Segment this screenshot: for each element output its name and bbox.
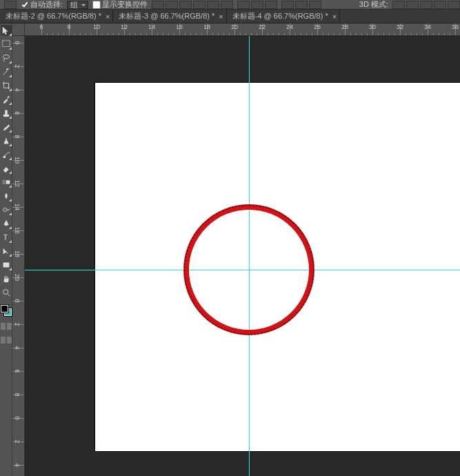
screen-mode-standard-icon[interactable] <box>1 337 6 344</box>
magic-wand-tool-icon[interactable] <box>1 66 12 77</box>
tool-bar: T <box>0 23 12 476</box>
type-tool-icon[interactable]: T <box>1 232 12 243</box>
distribute-v-icon[interactable] <box>251 1 263 9</box>
document-tab-bar: 未标题-2 @ 66.7%(RGB/8) * × 未标题-3 @ 66.7%(R… <box>0 10 460 23</box>
dodge-tool-icon[interactable] <box>1 204 12 215</box>
close-icon[interactable]: × <box>219 12 223 21</box>
mode3d-zoom-icon[interactable] <box>448 1 460 9</box>
color-swatches[interactable] <box>1 305 12 316</box>
mode3d-group <box>392 1 460 9</box>
vertical-ruler[interactable]: 0246810121416182002468024 <box>12 36 25 476</box>
align-top-icon[interactable] <box>193 1 206 9</box>
svg-rect-3 <box>5 110 8 115</box>
horizontal-ruler[interactable]: 681012141618202224262830323436 <box>25 23 460 36</box>
mode3d-pan-icon[interactable] <box>420 1 432 9</box>
svg-rect-9 <box>3 263 9 268</box>
screen-mode-full-icon[interactable] <box>7 337 12 344</box>
document-tab[interactable]: 未标题-4 @ 66.7%(RGB/8) * × <box>227 10 340 23</box>
eyedropper-tool-icon[interactable] <box>1 94 12 105</box>
move-tool-icon[interactable] <box>1 25 12 36</box>
history-brush-tool-icon[interactable] <box>1 149 12 160</box>
quick-mask-mode-icon[interactable] <box>7 323 12 330</box>
gradient-tool-icon[interactable] <box>1 177 12 188</box>
show-transform-controls-checkbox[interactable]: 显示变换控件 <box>92 0 148 9</box>
blur-tool-icon[interactable] <box>1 190 12 201</box>
align-bottom-icon[interactable] <box>221 1 233 9</box>
red-circle-shape[interactable] <box>183 204 314 335</box>
canvas-viewport: 681012141618202224262830323436 024681012… <box>12 23 460 476</box>
align-right-icon[interactable] <box>179 1 192 9</box>
close-icon[interactable]: × <box>332 12 337 21</box>
screen-mode-group <box>1 337 12 344</box>
document-tab-label: 未标题-2 @ 66.7%(RGB/8) * <box>6 11 101 21</box>
hand-tool-icon[interactable] <box>1 273 12 284</box>
svg-point-10 <box>3 290 8 295</box>
arrange2-icon[interactable] <box>295 1 308 9</box>
svg-text:T: T <box>3 233 8 241</box>
document-tab[interactable]: 未标题-3 @ 66.7%(RGB/8) * × <box>113 10 226 23</box>
distribute-h-icon[interactable] <box>237 1 250 9</box>
options-bar: 自动选择: 组 显示变换控件 3D 模式: <box>0 0 460 10</box>
arrange-icon[interactable] <box>281 1 294 9</box>
document-tab-label: 未标题-4 @ 66.7%(RGB/8) * <box>232 11 328 21</box>
svg-point-1 <box>3 55 9 59</box>
mode3d-roll-icon[interactable] <box>406 1 419 9</box>
zoom-tool-icon[interactable] <box>1 287 12 298</box>
lasso-tool-icon[interactable] <box>1 52 12 63</box>
rectangular-marquee-tool-icon[interactable] <box>1 39 12 50</box>
document-tab[interactable]: 未标题-2 @ 66.7%(RGB/8) * × <box>0 10 113 23</box>
ruler-origin[interactable] <box>12 23 25 36</box>
arrange3-icon[interactable] <box>309 1 321 9</box>
rectangle-shape-tool-icon[interactable] <box>1 259 12 270</box>
healing-brush-tool-icon[interactable] <box>1 108 12 119</box>
svg-rect-0 <box>2 41 10 47</box>
path-selection-tool-icon[interactable] <box>1 246 12 257</box>
svg-point-7 <box>3 208 6 211</box>
mode3d-orbit-icon[interactable] <box>392 1 405 9</box>
align-center-h-icon[interactable] <box>166 1 178 9</box>
document-tab-label: 未标题-3 @ 66.7%(RGB/8) * <box>119 11 214 21</box>
brush-tool-icon[interactable] <box>1 121 12 132</box>
auto-select-dropdown[interactable]: 组 <box>67 1 88 9</box>
crop-tool-icon[interactable] <box>1 80 12 91</box>
mode3d-slide-icon[interactable] <box>434 1 446 9</box>
svg-rect-6 <box>2 180 6 184</box>
align-left-icon[interactable] <box>152 1 164 9</box>
distribute-spacing-icon[interactable] <box>265 1 277 9</box>
canvas-area[interactable] <box>25 36 460 476</box>
mode3d-label: 3D 模式: <box>359 0 388 10</box>
show-transform-label: 显示变换控件 <box>102 0 148 10</box>
auto-select-checkbox[interactable]: 自动选择: <box>21 0 63 9</box>
close-icon[interactable]: × <box>106 12 110 21</box>
clone-stamp-tool-icon[interactable] <box>1 135 12 146</box>
distribute-group <box>237 1 277 9</box>
edit-mode-group <box>1 323 12 330</box>
arrange-group <box>281 1 321 9</box>
align-middle-v-icon[interactable] <box>207 1 219 9</box>
move-tool-preset-icon[interactable] <box>4 1 17 9</box>
align-group <box>152 1 233 9</box>
foreground-color-swatch[interactable] <box>1 305 8 313</box>
svg-point-4 <box>3 156 6 159</box>
standard-mode-icon[interactable] <box>1 323 6 330</box>
eraser-tool-icon[interactable] <box>1 163 12 174</box>
auto-select-label: 自动选择: <box>30 0 63 10</box>
pen-tool-icon[interactable] <box>1 218 12 229</box>
